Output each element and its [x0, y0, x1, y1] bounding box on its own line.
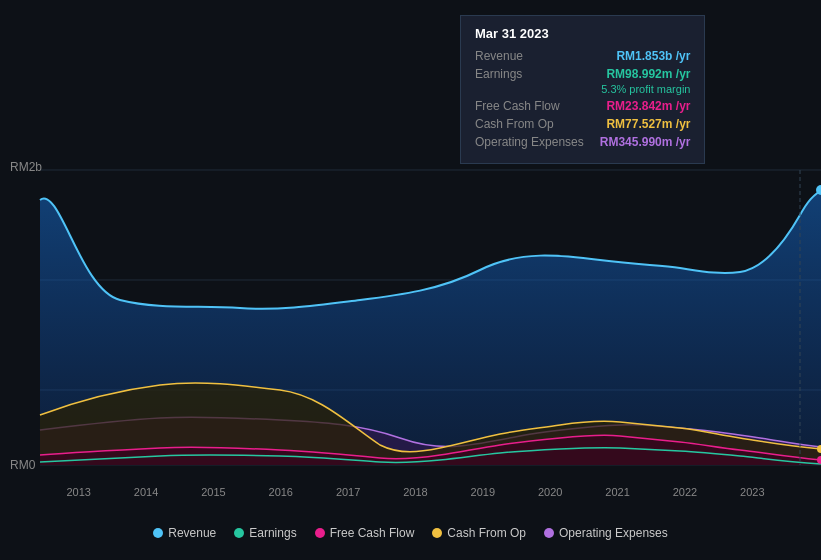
y-label-bottom: RM0 — [10, 458, 35, 472]
legend-fcf[interactable]: Free Cash Flow — [315, 526, 415, 540]
x-label-2014: 2014 — [134, 486, 158, 498]
x-label-2018: 2018 — [403, 486, 427, 498]
tooltip-earnings-value: RM98.992m /yr — [606, 67, 690, 81]
tooltip-revenue-label: Revenue — [475, 49, 523, 63]
tooltip: Mar 31 2023 Revenue RM1.853b /yr Earning… — [460, 15, 705, 164]
legend-label-revenue: Revenue — [168, 526, 216, 540]
x-label-2013: 2013 — [66, 486, 90, 498]
tooltip-cashop-row: Cash From Op RM77.527m /yr — [475, 117, 690, 131]
legend-dot-earnings — [234, 528, 244, 538]
tooltip-revenue-row: Revenue RM1.853b /yr — [475, 49, 690, 63]
tooltip-cashop-value: RM77.527m /yr — [606, 117, 690, 131]
legend-dot-opex — [544, 528, 554, 538]
tooltip-opex-value: RM345.990m /yr — [600, 135, 691, 149]
x-label-2017: 2017 — [336, 486, 360, 498]
tooltip-profit-margin: 5.3% profit margin — [475, 83, 690, 95]
x-label-2019: 2019 — [471, 486, 495, 498]
tooltip-revenue-value: RM1.853b /yr — [616, 49, 690, 63]
tooltip-date: Mar 31 2023 — [475, 26, 690, 41]
tooltip-fcf-label: Free Cash Flow — [475, 99, 560, 113]
legend-cashop[interactable]: Cash From Op — [432, 526, 526, 540]
x-label-2015: 2015 — [201, 486, 225, 498]
y-label-top: RM2b — [10, 160, 42, 174]
legend-dot-cashop — [432, 528, 442, 538]
x-label-2023: 2023 — [740, 486, 764, 498]
legend-dot-revenue — [153, 528, 163, 538]
tooltip-opex-row: Operating Expenses RM345.990m /yr — [475, 135, 690, 149]
tooltip-cashop-label: Cash From Op — [475, 117, 554, 131]
legend-earnings[interactable]: Earnings — [234, 526, 296, 540]
x-label-2022: 2022 — [673, 486, 697, 498]
legend-revenue[interactable]: Revenue — [153, 526, 216, 540]
x-axis: 2013 2014 2015 2016 2017 2018 2019 2020 … — [0, 486, 821, 498]
legend-label-earnings: Earnings — [249, 526, 296, 540]
legend-dot-fcf — [315, 528, 325, 538]
tooltip-fcf-value: RM23.842m /yr — [606, 99, 690, 113]
legend-label-cashop: Cash From Op — [447, 526, 526, 540]
legend-opex[interactable]: Operating Expenses — [544, 526, 668, 540]
x-label-2021: 2021 — [605, 486, 629, 498]
tooltip-earnings-label: Earnings — [475, 67, 522, 81]
legend-label-opex: Operating Expenses — [559, 526, 668, 540]
tooltip-earnings-row: Earnings RM98.992m /yr — [475, 67, 690, 81]
tooltip-fcf-row: Free Cash Flow RM23.842m /yr — [475, 99, 690, 113]
x-label-2020: 2020 — [538, 486, 562, 498]
chart-legend: Revenue Earnings Free Cash Flow Cash Fro… — [0, 526, 821, 540]
tooltip-opex-label: Operating Expenses — [475, 135, 584, 149]
legend-label-fcf: Free Cash Flow — [330, 526, 415, 540]
x-label-2016: 2016 — [269, 486, 293, 498]
